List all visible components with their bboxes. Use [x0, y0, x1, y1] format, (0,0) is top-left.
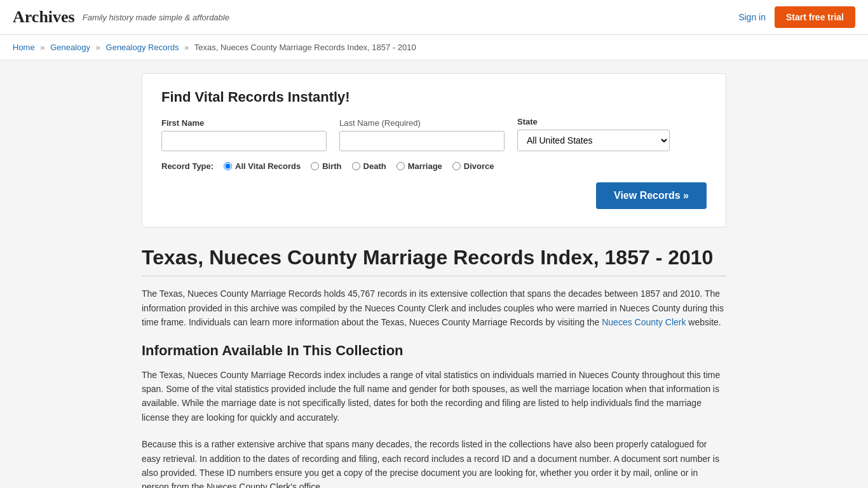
radio-birth[interactable]: Birth: [311, 161, 341, 171]
header-left: Archives Family history made simple & af…: [13, 8, 229, 27]
radio-birth-input[interactable]: [311, 162, 319, 170]
view-records-button[interactable]: View Records »: [596, 182, 707, 209]
body-paragraph-1: The Texas, Nueces County Marriage Record…: [142, 287, 726, 329]
logo: Archives: [13, 8, 75, 27]
first-name-group: First Name: [161, 118, 327, 151]
page-title: Texas, Nueces County Marriage Records In…: [142, 245, 726, 269]
radio-death[interactable]: Death: [352, 161, 386, 171]
nueces-clerk-link[interactable]: Nueces County Clerk: [602, 317, 686, 327]
breadcrumb-sep3: »: [184, 43, 189, 52]
breadcrumb-current: Texas, Nueces County Marriage Records In…: [194, 43, 416, 52]
first-name-label: First Name: [161, 118, 327, 128]
body-paragraph-3: Because this is a rather extensive archi…: [142, 437, 726, 488]
section-heading: Information Available In This Collection: [142, 342, 726, 359]
last-name-label: Last Name (Required): [339, 118, 505, 128]
breadcrumb: Home » Genealogy » Genealogy Records » T…: [0, 35, 868, 60]
state-group: State All United States Alabama Alaska A…: [517, 117, 670, 151]
start-trial-button[interactable]: Start free trial: [775, 6, 855, 28]
record-type-row: Record Type: All Vital Records Birth Dea…: [161, 161, 707, 171]
header: Archives Family history made simple & af…: [0, 0, 868, 35]
last-name-group: Last Name (Required): [339, 118, 505, 151]
breadcrumb-sep2: »: [96, 43, 100, 52]
record-type-label: Record Type:: [161, 161, 214, 171]
radio-divorce-input[interactable]: [452, 162, 461, 170]
radio-all-vital-input[interactable]: [224, 162, 232, 170]
form-row-names: First Name Last Name (Required) State Al…: [161, 117, 707, 151]
body-paragraph-2: The Texas, Nueces County Marriage Record…: [142, 368, 726, 425]
main-content: Find Vital Records Instantly! First Name…: [129, 60, 739, 488]
state-select[interactable]: All United States Alabama Alaska Arizona…: [517, 130, 670, 151]
first-name-input[interactable]: [161, 131, 327, 151]
radio-death-input[interactable]: [352, 162, 360, 170]
breadcrumb-sep1: »: [40, 43, 44, 52]
title-divider: [142, 276, 726, 276]
last-name-input[interactable]: [339, 131, 505, 151]
radio-divorce[interactable]: Divorce: [452, 161, 494, 171]
radio-all-vital[interactable]: All Vital Records: [224, 161, 301, 171]
breadcrumb-genealogy[interactable]: Genealogy: [50, 43, 90, 52]
state-label: State: [517, 117, 670, 126]
breadcrumb-genealogy-records[interactable]: Genealogy Records: [106, 43, 179, 52]
radio-marriage[interactable]: Marriage: [397, 161, 442, 171]
search-title: Find Vital Records Instantly!: [161, 89, 707, 105]
breadcrumb-home[interactable]: Home: [13, 43, 35, 52]
tagline: Family history made simple & affordable: [83, 13, 229, 22]
radio-marriage-input[interactable]: [397, 162, 405, 170]
sign-in-link[interactable]: Sign in: [738, 12, 766, 22]
search-box: Find Vital Records Instantly! First Name…: [142, 73, 726, 227]
header-right: Sign in Start free trial: [738, 6, 855, 28]
